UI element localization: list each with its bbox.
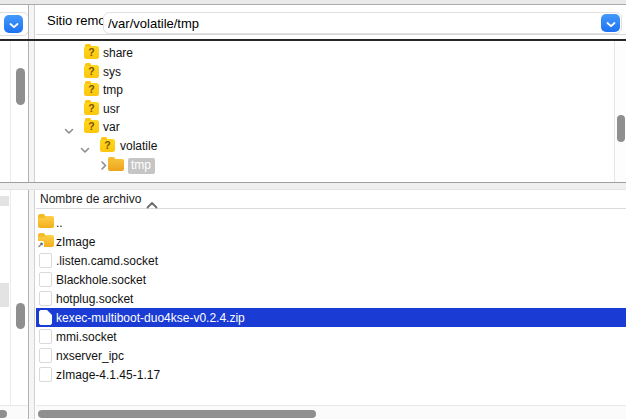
filename-column-header[interactable]: Nombre de archivo	[36, 190, 626, 209]
file-row-nxserver-ipc[interactable]: nxserver_ipc	[36, 346, 626, 365]
local-selected-row-fragment	[0, 283, 9, 307]
file-icon	[39, 291, 52, 306]
file-row-zimage-version[interactable]: zImage-4.1.45-1.17	[36, 365, 626, 384]
remote-pane: Sitio remoto: ? share ? sys ?	[36, 5, 626, 419]
question-folder-icon: ?	[84, 120, 99, 133]
file-name: nxserver_ipc	[56, 349, 124, 363]
remote-path-combobox[interactable]	[103, 12, 622, 34]
file-icon	[39, 310, 52, 325]
tree-list-divider[interactable]	[0, 182, 626, 190]
question-folder-icon: ?	[84, 65, 99, 78]
file-name: zImage-4.1.45-1.17	[56, 368, 160, 382]
local-list-row-fragment	[0, 196, 9, 206]
remote-combo-dropdown-button[interactable]	[601, 14, 620, 32]
tree-item-label: var	[103, 120, 120, 135]
local-pane-fragment	[0, 5, 28, 419]
folder-icon	[108, 159, 124, 171]
symlink-folder-icon: ↗	[38, 235, 54, 247]
chevron-down-icon	[606, 14, 616, 32]
folder-icon	[38, 216, 54, 228]
tree-item-label: tmp	[103, 83, 123, 98]
symlink-arrow-icon: ↗	[37, 241, 44, 248]
file-name: kexec-multiboot-duo4kse-v0.2.4.zip	[56, 311, 245, 325]
question-folder-icon: ?	[84, 46, 99, 59]
question-folder-icon: ?	[100, 139, 115, 152]
remote-horizontal-scrollbar[interactable]	[36, 405, 626, 419]
tree-item-label-selected: tmp	[128, 158, 155, 174]
chevron-collapsed-icon[interactable]	[97, 161, 104, 171]
tree-item-label: volatile	[120, 139, 157, 154]
tree-item-label: share	[103, 46, 133, 61]
remote-site-toolbar: Sitio remoto:	[36, 5, 626, 35]
remote-path-input[interactable]	[108, 14, 588, 32]
file-icon	[39, 348, 52, 363]
remote-horizontal-scrollbar-thumb[interactable]	[38, 410, 316, 418]
file-name: zImage	[56, 235, 95, 249]
tree-item-usr[interactable]: ? usr	[36, 100, 614, 119]
local-pane-divider-line	[10, 41, 11, 409]
file-row-hotplug-socket[interactable]: hotplug.socket	[36, 289, 626, 308]
tree-item-share[interactable]: ? share	[36, 44, 614, 63]
chevron-expanded-icon[interactable]	[80, 143, 90, 150]
file-row-blackhole-socket[interactable]: Blackhole.socket	[36, 270, 626, 289]
file-row-listen-camd-socket[interactable]: .listen.camd.socket	[36, 251, 626, 270]
remote-tree-scrollbar-thumb[interactable]	[617, 115, 625, 142]
chevron-down-icon	[9, 15, 19, 33]
question-folder-icon: ?	[84, 83, 99, 96]
remote-tree-scrollbar[interactable]	[614, 41, 626, 182]
file-name: .listen.camd.socket	[56, 254, 158, 268]
filezilla-remote-panel: Sitio remoto: ? share ? sys ?	[0, 0, 626, 419]
tree-item-tmp[interactable]: ? tmp	[36, 81, 614, 100]
pane-splitter[interactable]	[28, 5, 35, 419]
file-icon	[39, 272, 52, 287]
remote-file-list: Nombre de archivo .. ↗ zImage .listen.ca…	[36, 190, 626, 409]
tree-item-label: usr	[103, 102, 120, 117]
remote-directory-tree: ? share ? sys ? tmp ? usr ? var	[36, 41, 626, 182]
local-horizontal-scrollbar[interactable]	[0, 405, 28, 419]
file-icon	[39, 367, 52, 382]
tree-item-sys[interactable]: ? sys	[36, 63, 614, 82]
tree-item-label: sys	[103, 65, 121, 80]
filename-column-header-label: Nombre de archivo	[40, 192, 141, 206]
local-combo-dropdown-button[interactable]	[4, 15, 23, 33]
local-list-scrollbar-thumb[interactable]	[16, 303, 25, 329]
file-icon	[39, 329, 52, 344]
tree-item-var[interactable]: ? var	[36, 118, 614, 137]
question-folder-icon: ?	[84, 102, 99, 115]
file-name: hotplug.socket	[56, 292, 133, 306]
file-name: ..	[56, 216, 63, 230]
file-icon	[39, 253, 52, 268]
sort-ascending-icon	[146, 195, 158, 213]
tree-item-tmp-selected[interactable]: tmp	[36, 156, 614, 175]
file-row-zimage[interactable]: ↗ zImage	[36, 232, 626, 251]
local-tree-scrollbar-thumb[interactable]	[16, 68, 25, 105]
chevron-expanded-icon[interactable]	[64, 124, 74, 131]
file-name: mmi.socket	[56, 330, 117, 344]
file-row-parent-dir[interactable]: ..	[36, 213, 626, 232]
file-row-kexec-zip-selected[interactable]: kexec-multiboot-duo4kse-v0.2.4.zip	[36, 308, 626, 327]
tree-item-volatile[interactable]: ? volatile	[36, 137, 614, 156]
file-name: Blackhole.socket	[56, 273, 146, 287]
local-horizontal-scrollbar-thumb[interactable]	[0, 410, 7, 418]
file-row-mmi-socket[interactable]: mmi.socket	[36, 327, 626, 346]
